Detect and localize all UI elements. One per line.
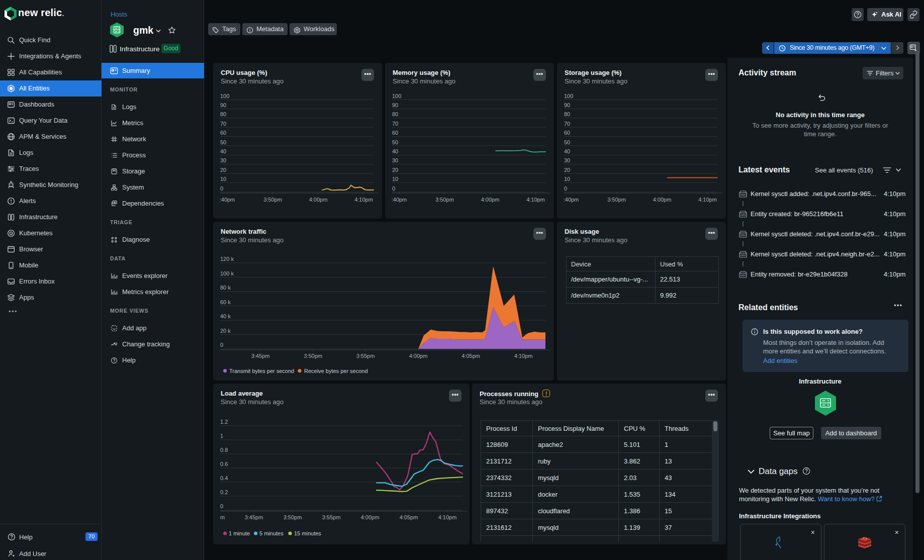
- svg-text:20: 20: [564, 167, 570, 173]
- svg-text:0: 0: [392, 185, 395, 192]
- svg-text:4:10pm: 4:10pm: [438, 514, 457, 520]
- svg-text::40pm: :40pm: [564, 197, 579, 203]
- svg-text:4:05pm: 4:05pm: [461, 353, 480, 359]
- svg-text:20 k: 20 k: [220, 328, 231, 334]
- svg-text:100: 100: [220, 93, 229, 99]
- svg-text:120 k: 120 k: [220, 256, 234, 262]
- svg-text:0.4: 0.4: [220, 475, 228, 481]
- svg-text:30: 30: [220, 157, 226, 163]
- svg-text:50: 50: [392, 139, 398, 145]
- svg-text:3:50pm: 3:50pm: [284, 514, 302, 520]
- svg-text:3:50pm: 3:50pm: [304, 353, 322, 359]
- svg-text:90: 90: [392, 102, 398, 108]
- svg-text:30: 30: [392, 157, 398, 163]
- svg-text:4:00pm: 4:00pm: [653, 197, 672, 203]
- svg-text:0.2: 0.2: [220, 489, 228, 495]
- svg-text:90: 90: [564, 102, 570, 108]
- svg-text:40: 40: [220, 148, 226, 154]
- svg-text:20: 20: [392, 167, 398, 173]
- svg-text:4:00pm: 4:00pm: [309, 197, 328, 203]
- svg-text:Transmit bytes per second: Transmit bytes per second: [229, 368, 294, 374]
- svg-text:4:10pm: 4:10pm: [698, 197, 717, 203]
- svg-text:100: 100: [564, 93, 573, 99]
- svg-text:0: 0: [220, 342, 223, 348]
- svg-text:80: 80: [392, 111, 398, 117]
- svg-text:100 k: 100 k: [220, 270, 234, 276]
- svg-text:3:55pm: 3:55pm: [356, 353, 375, 359]
- svg-text:40 k: 40 k: [220, 313, 231, 319]
- svg-text:0.8: 0.8: [220, 447, 228, 453]
- svg-text:60: 60: [392, 130, 398, 136]
- svg-text::40pm: :40pm: [392, 197, 407, 203]
- svg-text:60 k: 60 k: [220, 299, 231, 305]
- svg-text:0: 0: [220, 185, 223, 192]
- svg-text:4:05pm: 4:05pm: [400, 514, 418, 520]
- svg-text:70: 70: [220, 121, 226, 127]
- svg-text:1 minute: 1 minute: [229, 530, 250, 536]
- svg-text:4:10pm: 4:10pm: [514, 353, 533, 359]
- svg-text:0: 0: [220, 503, 223, 509]
- svg-text:10: 10: [564, 176, 570, 182]
- svg-text:30: 30: [564, 157, 570, 163]
- svg-text:3:50pm: 3:50pm: [263, 197, 282, 203]
- svg-text:80: 80: [564, 111, 570, 117]
- svg-text:80: 80: [220, 111, 226, 117]
- svg-text:40: 40: [564, 148, 570, 154]
- svg-text:70: 70: [392, 121, 398, 127]
- svg-text:0.6: 0.6: [220, 461, 228, 467]
- svg-text:80 k: 80 k: [220, 285, 231, 291]
- svg-text:15 minutes: 15 minutes: [294, 530, 321, 536]
- svg-text:50: 50: [564, 139, 570, 145]
- svg-text:Receive bytes per second: Receive bytes per second: [304, 368, 368, 374]
- svg-text:4:00pm: 4:00pm: [481, 197, 500, 203]
- svg-text:5 minutes: 5 minutes: [259, 530, 284, 536]
- svg-text:100: 100: [392, 93, 401, 99]
- svg-text:20: 20: [220, 167, 226, 173]
- svg-text:70: 70: [564, 121, 570, 127]
- svg-text:3:45pm: 3:45pm: [245, 514, 263, 520]
- svg-text:3:50pm: 3:50pm: [607, 197, 626, 203]
- svg-text:4:10pm: 4:10pm: [526, 197, 545, 203]
- svg-text:10: 10: [220, 176, 226, 182]
- svg-text:10: 10: [392, 176, 398, 182]
- svg-text:60: 60: [564, 130, 570, 136]
- svg-text:3:45pm: 3:45pm: [251, 353, 270, 359]
- svg-text:1.2: 1.2: [220, 419, 228, 425]
- svg-text:60: 60: [220, 130, 226, 136]
- svg-text:1: 1: [220, 433, 223, 439]
- svg-text:4:00pm: 4:00pm: [409, 353, 428, 359]
- svg-text:m: m: [220, 514, 225, 520]
- svg-text:3:50pm: 3:50pm: [435, 197, 454, 203]
- svg-text:4:10pm: 4:10pm: [354, 197, 373, 203]
- svg-text:0: 0: [564, 185, 567, 192]
- svg-text:4:00pm: 4:00pm: [361, 514, 380, 520]
- svg-text:3:55pm: 3:55pm: [322, 514, 341, 520]
- svg-text:50: 50: [220, 139, 226, 145]
- svg-text::40pm: :40pm: [220, 197, 235, 203]
- svg-text:40: 40: [392, 148, 398, 154]
- svg-text:90: 90: [220, 102, 226, 108]
